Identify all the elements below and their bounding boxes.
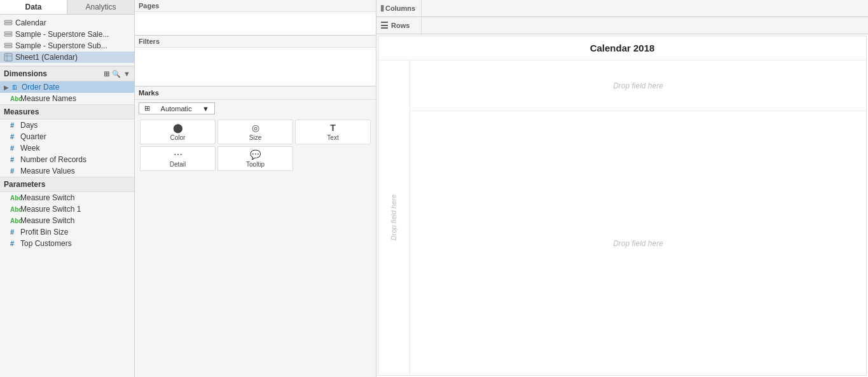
grid-view-icon[interactable]: ⊞ — [104, 70, 109, 78]
parameters-header: Parameters — [0, 177, 134, 192]
viz-area: ⦀ Columns ☰ Rows Calendar 2018 — [376, 0, 868, 377]
tab-data[interactable]: Data — [0, 0, 67, 14]
search-icon[interactable]: 🔍 — [112, 70, 121, 78]
database-icon — [4, 41, 13, 50]
canvas-body: Drop field here Drop field here Drop fie… — [378, 60, 866, 375]
pages-drop-area[interactable] — [135, 12, 376, 35]
marks-shelves-column: Pages Filters Marks ⊞ Automatic ▼ — [135, 0, 376, 377]
rows-shelf[interactable]: ☰ Rows — [376, 17, 868, 34]
measures-label: Measures — [4, 107, 39, 116]
hash-icon: # — [10, 156, 18, 163]
marks-type-icon: ⊞ — [144, 104, 150, 113]
sort-icon[interactable]: ▼ — [123, 70, 130, 78]
expand-arrow-icon: ▶ — [4, 84, 9, 91]
days-label: Days — [20, 121, 38, 130]
marks-size-button[interactable]: ◎ Size — [217, 120, 293, 144]
columns-label: Columns — [385, 4, 415, 12]
tooltip-label: Tooltip — [246, 161, 265, 168]
database-icon — [4, 30, 13, 39]
number-of-records-label: Number of Records — [20, 155, 86, 164]
dropdown-arrow-icon: ▼ — [202, 105, 209, 113]
pages-label: Pages — [135, 0, 376, 12]
svg-rect-0 — [4, 20, 12, 22]
center-drop-area[interactable]: Drop field here — [410, 111, 866, 375]
left-drop-strip[interactable]: Drop field here — [378, 60, 410, 375]
quarter-label: Quarter — [20, 132, 46, 141]
order-date-label: Order Date — [22, 83, 59, 92]
top-drop-area[interactable]: Drop field here — [410, 60, 866, 111]
hash-icon: # — [10, 121, 18, 129]
sheet-icon — [4, 53, 13, 62]
columns-drop-area[interactable] — [421, 0, 868, 17]
field-number-of-records[interactable]: # Number of Records — [0, 154, 134, 165]
svg-rect-6 — [4, 53, 12, 61]
measure-switch-label: Measure Switch — [20, 193, 74, 202]
field-measure-switch-1[interactable]: Abc Measure Switch 1 — [0, 203, 134, 215]
filters-drop-area[interactable] — [135, 48, 376, 86]
filters-section: Filters — [135, 36, 376, 86]
marks-buttons-grid: ⬤ Color ◎ Size T Text ⋯ — [135, 117, 376, 174]
hash-icon: # — [10, 240, 18, 247]
svg-rect-4 — [4, 43, 12, 45]
tab-analytics[interactable]: Analytics — [67, 0, 134, 14]
datasources-list: Calendar Sample - Superstore Sale... Sam… — [0, 15, 134, 66]
marks-tooltip-button[interactable]: 💬 Tooltip — [217, 146, 293, 171]
field-measure-values[interactable]: # Measure Values — [0, 165, 134, 177]
detail-icon: ⋯ — [174, 149, 183, 160]
main-canvas: Calendar 2018 Drop field here Drop field… — [378, 36, 867, 376]
hash-icon: # — [10, 228, 18, 236]
profit-bin-size-label: Profit Bin Size — [20, 228, 68, 236]
measure-switch-2-label: Measure Switch — [20, 216, 74, 225]
ds-sheet1-label: Sheet1 (Calendar) — [15, 53, 78, 62]
field-quarter[interactable]: # Quarter — [0, 131, 134, 142]
field-order-date[interactable]: ▶ 🗓 Order Date — [0, 81, 134, 93]
size-label: Size — [249, 134, 261, 141]
measure-values-label: Measure Values — [20, 167, 75, 175]
marks-type-dropdown[interactable]: ⊞ Automatic ▼ — [139, 102, 215, 114]
top-drop-hint: Drop field here — [613, 81, 663, 90]
ds-calendar[interactable]: Calendar — [0, 17, 134, 29]
marks-text-button[interactable]: T Text — [295, 120, 371, 144]
svg-rect-5 — [4, 46, 12, 48]
right-panel: Pages Filters Marks ⊞ Automatic ▼ — [135, 0, 868, 377]
marks-type-row: ⊞ Automatic ▼ — [135, 100, 376, 117]
text-icon: T — [330, 123, 336, 133]
filters-label: Filters — [135, 36, 376, 48]
abc-icon: Abc — [10, 206, 18, 213]
rows-drop-area[interactable] — [421, 17, 868, 34]
week-label: Week — [20, 144, 39, 153]
top-customers-label: Top Customers — [20, 239, 72, 248]
detail-label: Detail — [170, 161, 186, 168]
field-measure-switch[interactable]: Abc Measure Switch — [0, 192, 134, 203]
abc-icon: Abc — [10, 95, 18, 102]
color-icon: ⬤ — [173, 123, 183, 133]
columns-label-area: ⦀ Columns — [376, 1, 421, 16]
dimensions-label: Dimensions — [4, 69, 47, 78]
field-profit-bin-size[interactable]: # Profit Bin Size — [0, 226, 134, 238]
date-icon: 🗓 — [11, 84, 19, 91]
marks-section: Marks ⊞ Automatic ▼ ⬤ Color — [135, 86, 376, 174]
text-label: Text — [327, 134, 338, 141]
ds-sample-sub[interactable]: Sample - Superstore Sub... — [0, 40, 134, 51]
field-measure-switch-2[interactable]: Abc Measure Switch — [0, 215, 134, 226]
abc-icon: Abc — [10, 217, 18, 224]
field-top-customers[interactable]: # Top Customers — [0, 238, 134, 249]
field-days[interactable]: # Days — [0, 120, 134, 131]
ds-sheet1[interactable]: Sheet1 (Calendar) — [0, 51, 134, 63]
ds-sample-sub-label: Sample - Superstore Sub... — [15, 41, 107, 50]
field-week[interactable]: # Week — [0, 142, 134, 154]
color-label: Color — [170, 134, 186, 141]
size-icon: ◎ — [252, 123, 259, 133]
hash-icon: # — [10, 133, 18, 141]
columns-shelf[interactable]: ⦀ Columns — [376, 0, 868, 17]
hash-icon: # — [10, 167, 18, 175]
marks-detail-button[interactable]: ⋯ Detail — [140, 146, 216, 171]
marks-color-button[interactable]: ⬤ Color — [140, 120, 216, 144]
left-panel-tabs: Data Analytics — [0, 0, 134, 15]
dimensions-header: Dimensions ⊞ 🔍 ▼ — [0, 66, 134, 81]
measure-names-label: Measure Names — [20, 94, 76, 103]
rows-label-area: ☰ Rows — [376, 18, 421, 32]
ds-sample-sales[interactable]: Sample - Superstore Sale... — [0, 29, 134, 40]
rows-label: Rows — [391, 22, 410, 29]
field-measure-names[interactable]: Abc Measure Names — [0, 93, 134, 104]
